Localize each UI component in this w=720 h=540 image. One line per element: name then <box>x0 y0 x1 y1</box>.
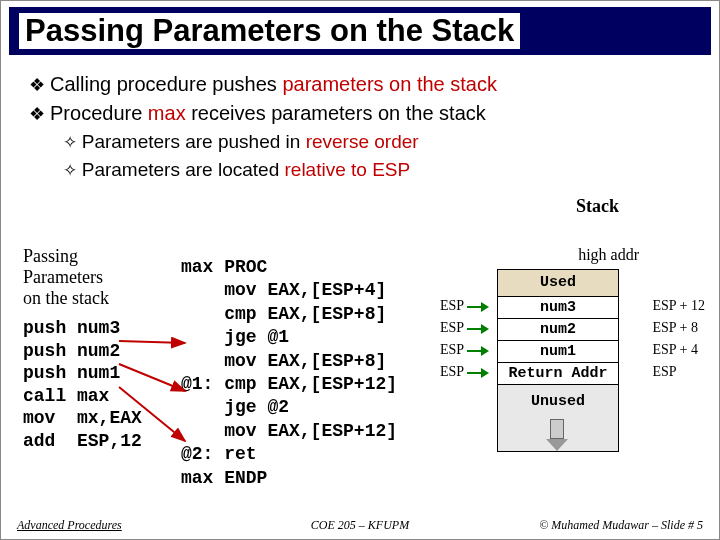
footer-right: © Muhamed Mudawar – Slide # 5 <box>539 518 703 533</box>
stack-cell: num3 <box>498 297 618 319</box>
slide-title: Passing Parameters on the Stack <box>19 13 520 49</box>
stack-diagram: Used num3 num2 num1 Return Addr Unused <box>497 269 619 452</box>
esp-row: ESP <box>440 361 489 383</box>
esp-row: ESP <box>440 317 489 339</box>
arrow-right-icon <box>467 369 489 377</box>
stack-offsets: ESP + 12 ESP + 8 ESP + 4 ESP <box>653 295 706 383</box>
slide: Passing Parameters on the Stack Calling … <box>0 0 720 540</box>
esp-text: ESP <box>440 342 464 357</box>
esp-text: ESP <box>440 298 464 313</box>
down-arrow-icon <box>546 419 568 451</box>
sub-bullet-2: Parameters are located relative to ESP <box>63 159 699 181</box>
offset-label: ESP + 4 <box>653 339 706 361</box>
esp-pointers: ESP ESP ESP ESP <box>440 295 489 383</box>
text-red: parameters on the stack <box>282 73 497 95</box>
text-red: relative to ESP <box>285 159 411 180</box>
text: Parameters are pushed in <box>82 131 306 152</box>
text-red: max <box>148 102 186 124</box>
offset-label: ESP + 12 <box>653 295 706 317</box>
text: Calling procedure pushes <box>50 73 282 95</box>
stack-title: Stack <box>576 196 619 217</box>
arrow-right-icon <box>467 347 489 355</box>
text: receives parameters on the stack <box>186 102 486 124</box>
stack-cell-used: Used <box>498 270 618 297</box>
esp-text: ESP <box>440 364 464 379</box>
title-bar: Passing Parameters on the Stack <box>9 7 711 55</box>
bullet-list: Calling procedure pushes parameters on t… <box>1 59 719 181</box>
esp-row: ESP <box>440 339 489 361</box>
text: Parameters are located <box>82 159 285 180</box>
bullet-1: Calling procedure pushes parameters on t… <box>29 73 699 96</box>
text: Procedure <box>50 102 148 124</box>
esp-text: ESP <box>440 320 464 335</box>
stack-cell: num1 <box>498 341 618 363</box>
footer: Advanced Procedures COE 205 – KFUPM © Mu… <box>1 518 719 533</box>
esp-row: ESP <box>440 295 489 317</box>
text: Unused <box>498 385 618 410</box>
footer-left: Advanced Procedures <box>17 518 122 533</box>
sub-bullet-1: Parameters are pushed in reverse order <box>63 131 699 153</box>
arrow-right-icon <box>467 325 489 333</box>
stack-cell-unused: Unused <box>498 385 618 451</box>
arrow-right-icon <box>467 303 489 311</box>
text-red: reverse order <box>306 131 419 152</box>
high-addr-label: high addr <box>578 246 639 264</box>
offset-label: ESP + 8 <box>653 317 706 339</box>
offset-label: ESP <box>653 361 706 383</box>
bullet-2: Procedure max receives parameters on the… <box>29 102 699 125</box>
callee-code: max PROC mov EAX,[ESP+4] cmp EAX,[ESP+8]… <box>181 256 397 490</box>
stack-cell: num2 <box>498 319 618 341</box>
stack-cell: Return Addr <box>498 363 618 385</box>
